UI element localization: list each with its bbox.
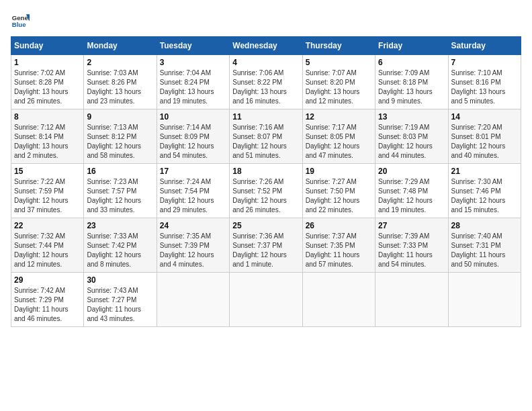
day-cell: 18 Sunrise: 7:26 AM Sunset: 7:52 PM Dayl… — [230, 164, 302, 218]
day-cell: 10 Sunrise: 7:14 AM Sunset: 8:09 PM Dayl… — [157, 109, 229, 164]
day-number: 7 — [451, 58, 518, 67]
day-cell: 29 Sunrise: 7:42 AM Sunset: 7:29 PM Dayl… — [11, 273, 84, 327]
day-number: 26 — [306, 221, 372, 230]
svg-text:Blue: Blue — [12, 21, 26, 28]
day-cell: 26 Sunrise: 7:37 AM Sunset: 7:35 PM Dayl… — [302, 218, 375, 273]
day-number: 22 — [14, 221, 81, 230]
day-info: Sunrise: 7:32 AM Sunset: 7:44 PM Dayligh… — [14, 232, 81, 269]
col-header-sunday: Sunday — [11, 37, 84, 55]
day-cell: 30 Sunrise: 7:43 AM Sunset: 7:27 PM Dayl… — [84, 273, 157, 327]
day-number: 24 — [160, 221, 226, 230]
day-cell: 16 Sunrise: 7:23 AM Sunset: 7:57 PM Dayl… — [84, 164, 157, 218]
day-number: 9 — [87, 112, 153, 122]
day-info: Sunrise: 7:33 AM Sunset: 7:42 PM Dayligh… — [87, 232, 153, 269]
calendar: SundayMondayTuesdayWednesdayThursdayFrid… — [11, 36, 521, 327]
day-cell: 14 Sunrise: 7:20 AM Sunset: 8:01 PM Dayl… — [448, 109, 521, 164]
day-number: 28 — [451, 221, 518, 230]
day-cell: 6 Sunrise: 7:09 AM Sunset: 8:18 PM Dayli… — [375, 55, 448, 109]
day-info: Sunrise: 7:16 AM Sunset: 8:07 PM Dayligh… — [232, 123, 299, 161]
day-cell: 11 Sunrise: 7:16 AM Sunset: 8:07 PM Dayl… — [230, 109, 302, 164]
day-cell: 2 Sunrise: 7:03 AM Sunset: 8:26 PM Dayli… — [84, 55, 157, 109]
week-row-5: 29 Sunrise: 7:42 AM Sunset: 7:29 PM Dayl… — [11, 273, 521, 327]
col-header-wednesday: Wednesday — [230, 37, 302, 55]
day-cell: 20 Sunrise: 7:29 AM Sunset: 7:48 PM Dayl… — [375, 164, 448, 218]
day-info: Sunrise: 7:37 AM Sunset: 7:35 PM Dayligh… — [306, 232, 372, 269]
day-number: 13 — [378, 112, 445, 122]
day-number: 2 — [87, 58, 153, 67]
day-info: Sunrise: 7:23 AM Sunset: 7:57 PM Dayligh… — [87, 177, 153, 215]
day-number: 27 — [378, 221, 445, 230]
col-header-monday: Monday — [84, 37, 157, 55]
day-cell — [375, 273, 448, 327]
day-info: Sunrise: 7:24 AM Sunset: 7:54 PM Dayligh… — [160, 177, 226, 215]
day-info: Sunrise: 7:03 AM Sunset: 8:26 PM Dayligh… — [87, 68, 153, 106]
day-number: 15 — [14, 167, 81, 176]
day-cell — [230, 273, 302, 327]
day-cell: 12 Sunrise: 7:17 AM Sunset: 8:05 PM Dayl… — [302, 109, 375, 164]
col-header-tuesday: Tuesday — [157, 37, 229, 55]
day-number: 10 — [160, 112, 226, 122]
day-number: 14 — [451, 112, 518, 122]
day-cell — [302, 273, 375, 327]
header-row: SundayMondayTuesdayWednesdayThursdayFrid… — [11, 37, 521, 55]
day-cell: 5 Sunrise: 7:07 AM Sunset: 8:20 PM Dayli… — [302, 55, 375, 109]
day-cell: 27 Sunrise: 7:39 AM Sunset: 7:33 PM Dayl… — [375, 218, 448, 273]
day-number: 5 — [306, 58, 372, 67]
day-info: Sunrise: 7:14 AM Sunset: 8:09 PM Dayligh… — [160, 123, 226, 161]
day-cell — [157, 273, 229, 327]
day-info: Sunrise: 7:43 AM Sunset: 7:27 PM Dayligh… — [87, 286, 153, 324]
day-cell: 9 Sunrise: 7:13 AM Sunset: 8:12 PM Dayli… — [84, 109, 157, 164]
day-number: 1 — [14, 58, 81, 67]
day-cell: 7 Sunrise: 7:10 AM Sunset: 8:16 PM Dayli… — [448, 55, 521, 109]
day-number: 29 — [14, 275, 81, 285]
day-number: 11 — [232, 112, 299, 122]
day-number: 18 — [232, 167, 299, 176]
day-info: Sunrise: 7:26 AM Sunset: 7:52 PM Dayligh… — [232, 177, 299, 215]
day-cell: 21 Sunrise: 7:30 AM Sunset: 7:46 PM Dayl… — [448, 164, 521, 218]
day-info: Sunrise: 7:13 AM Sunset: 8:12 PM Dayligh… — [87, 123, 153, 161]
day-cell: 23 Sunrise: 7:33 AM Sunset: 7:42 PM Dayl… — [84, 218, 157, 273]
day-info: Sunrise: 7:36 AM Sunset: 7:37 PM Dayligh… — [232, 232, 299, 269]
day-number: 23 — [87, 221, 153, 230]
day-cell: 22 Sunrise: 7:32 AM Sunset: 7:44 PM Dayl… — [11, 218, 84, 273]
day-number: 19 — [306, 167, 372, 176]
day-info: Sunrise: 7:10 AM Sunset: 8:16 PM Dayligh… — [451, 68, 518, 106]
day-cell: 24 Sunrise: 7:35 AM Sunset: 7:39 PM Dayl… — [157, 218, 229, 273]
week-row-2: 8 Sunrise: 7:12 AM Sunset: 8:14 PM Dayli… — [11, 109, 521, 164]
day-number: 12 — [306, 112, 372, 122]
day-number: 4 — [232, 58, 299, 67]
day-info: Sunrise: 7:22 AM Sunset: 7:59 PM Dayligh… — [14, 177, 81, 215]
col-header-friday: Friday — [375, 37, 448, 55]
logo: General Blue — [11, 11, 30, 30]
day-number: 3 — [160, 58, 226, 67]
day-cell: 15 Sunrise: 7:22 AM Sunset: 7:59 PM Dayl… — [11, 164, 84, 218]
day-info: Sunrise: 7:40 AM Sunset: 7:31 PM Dayligh… — [451, 232, 518, 269]
day-cell — [448, 273, 521, 327]
day-info: Sunrise: 7:02 AM Sunset: 8:28 PM Dayligh… — [14, 68, 81, 106]
day-info: Sunrise: 7:42 AM Sunset: 7:29 PM Dayligh… — [14, 286, 81, 324]
day-cell: 8 Sunrise: 7:12 AM Sunset: 8:14 PM Dayli… — [11, 109, 84, 164]
day-cell: 28 Sunrise: 7:40 AM Sunset: 7:31 PM Dayl… — [448, 218, 521, 273]
day-number: 21 — [451, 167, 518, 176]
day-cell: 19 Sunrise: 7:27 AM Sunset: 7:50 PM Dayl… — [302, 164, 375, 218]
day-number: 30 — [87, 275, 153, 285]
week-row-4: 22 Sunrise: 7:32 AM Sunset: 7:44 PM Dayl… — [11, 218, 521, 273]
day-cell: 3 Sunrise: 7:04 AM Sunset: 8:24 PM Dayli… — [157, 55, 229, 109]
day-info: Sunrise: 7:04 AM Sunset: 8:24 PM Dayligh… — [160, 68, 226, 106]
day-info: Sunrise: 7:39 AM Sunset: 7:33 PM Dayligh… — [378, 232, 445, 269]
day-info: Sunrise: 7:09 AM Sunset: 8:18 PM Dayligh… — [378, 68, 445, 106]
day-number: 20 — [378, 167, 445, 176]
day-cell: 17 Sunrise: 7:24 AM Sunset: 7:54 PM Dayl… — [157, 164, 229, 218]
col-header-thursday: Thursday — [302, 37, 375, 55]
day-info: Sunrise: 7:29 AM Sunset: 7:48 PM Dayligh… — [378, 177, 445, 215]
week-row-1: 1 Sunrise: 7:02 AM Sunset: 8:28 PM Dayli… — [11, 55, 521, 109]
day-number: 6 — [378, 58, 445, 67]
day-number: 17 — [160, 167, 226, 176]
day-info: Sunrise: 7:12 AM Sunset: 8:14 PM Dayligh… — [14, 123, 81, 161]
logo-icon: General Blue — [11, 11, 30, 30]
header: General Blue — [11, 11, 521, 30]
day-info: Sunrise: 7:30 AM Sunset: 7:46 PM Dayligh… — [451, 177, 518, 215]
day-number: 8 — [14, 112, 81, 122]
day-info: Sunrise: 7:06 AM Sunset: 8:22 PM Dayligh… — [232, 68, 299, 106]
day-number: 16 — [87, 167, 153, 176]
